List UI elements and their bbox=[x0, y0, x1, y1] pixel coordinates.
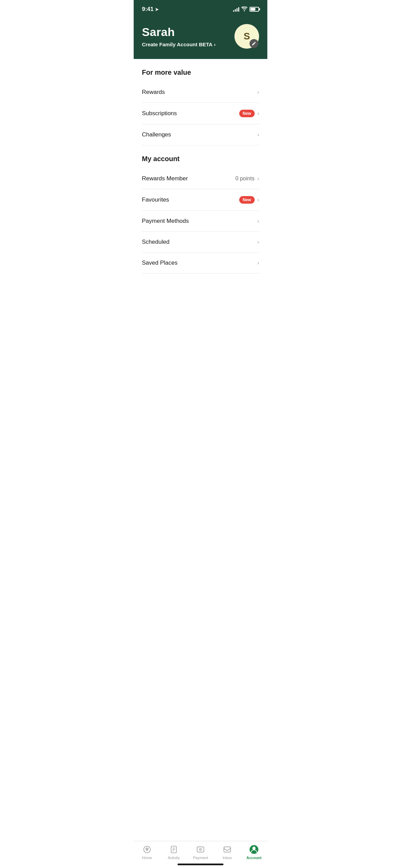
section-title-my-account: My account bbox=[142, 155, 259, 163]
section-title-for-more-value: For more value bbox=[142, 69, 259, 76]
menu-item-challenges[interactable]: Challenges › bbox=[142, 124, 259, 145]
avatar-edit-button[interactable] bbox=[250, 39, 258, 48]
menu-item-subscriptions[interactable]: Subscriptions New › bbox=[142, 103, 259, 124]
location-arrow-icon: ➤ bbox=[155, 7, 159, 12]
menu-item-payment-methods[interactable]: Payment Methods › bbox=[142, 211, 259, 232]
new-badge: New bbox=[239, 196, 255, 204]
chevron-icon: › bbox=[257, 132, 259, 138]
chevron-icon: › bbox=[257, 110, 259, 117]
create-family-button[interactable]: Create Family Account BETA › bbox=[142, 41, 216, 47]
section-for-more-value: For more value Rewards › Subscriptions N… bbox=[134, 59, 267, 145]
chevron-icon: › bbox=[257, 218, 259, 224]
chevron-icon: › bbox=[257, 260, 259, 266]
chevron-icon: › bbox=[257, 176, 259, 182]
wifi-icon bbox=[241, 7, 247, 12]
for-more-value-list: Rewards › Subscriptions New › Challenges bbox=[142, 82, 259, 145]
menu-item-rewards-member[interactable]: Rewards Member 0 points › bbox=[142, 168, 259, 189]
profile-header: Sarah Create Family Account BETA › S bbox=[134, 17, 267, 59]
chevron-right-icon: › bbox=[214, 41, 216, 47]
avatar-container: S bbox=[234, 24, 259, 49]
status-icons bbox=[233, 7, 259, 12]
menu-item-scheduled[interactable]: Scheduled › bbox=[142, 232, 259, 253]
chevron-icon: › bbox=[257, 239, 259, 245]
new-badge: New bbox=[239, 110, 255, 117]
main-content: For more value Rewards › Subscriptions N… bbox=[134, 59, 267, 308]
rewards-points-value: 0 points bbox=[235, 176, 255, 182]
section-my-account: My account Rewards Member 0 points › Fav… bbox=[134, 145, 267, 274]
status-bar: 9:41 ➤ bbox=[134, 0, 267, 17]
user-name: Sarah bbox=[142, 25, 216, 39]
menu-item-favourites[interactable]: Favourites New › bbox=[142, 189, 259, 211]
menu-item-rewards[interactable]: Rewards › bbox=[142, 82, 259, 103]
chevron-icon: › bbox=[257, 89, 259, 95]
my-account-list: Rewards Member 0 points › Favourites New… bbox=[142, 168, 259, 274]
status-time: 9:41 ➤ bbox=[142, 6, 159, 13]
menu-item-saved-places[interactable]: Saved Places › bbox=[142, 253, 259, 274]
chevron-icon: › bbox=[257, 197, 259, 203]
battery-icon bbox=[250, 7, 259, 12]
signal-icon bbox=[233, 7, 239, 12]
